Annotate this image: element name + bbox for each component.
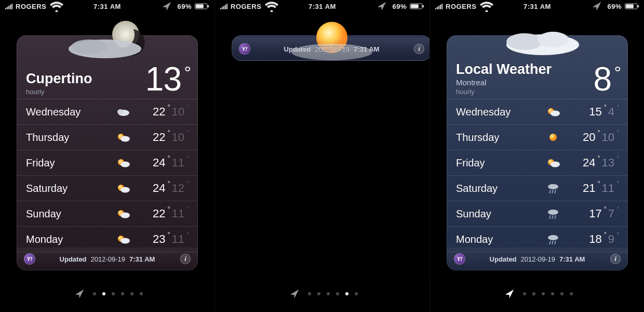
weather-card[interactable]: Local WeatherMontrealhourly8Wednesday154…	[447, 35, 628, 270]
updated-time: 7:31 AM	[354, 45, 379, 53]
hourly-link[interactable]: hourly	[456, 88, 552, 96]
page-dot[interactable]	[542, 292, 545, 295]
forecast-low: 11	[602, 181, 619, 195]
location-page-dot[interactable]	[72, 288, 87, 300]
page-dot[interactable]	[308, 292, 311, 295]
svg-line-52	[549, 190, 551, 193]
partly-sunny-icon	[116, 132, 130, 143]
svg-line-62	[555, 241, 556, 244]
current-temperature: 8	[593, 62, 619, 96]
updated-time: 7:31 AM	[129, 255, 155, 263]
weather-card[interactable]: Cupertinohourly13Wednesday2210Thursday22…	[17, 35, 198, 270]
page-dot[interactable]	[130, 292, 133, 295]
forecast-row[interactable]: Saturday2111	[447, 176, 628, 201]
svg-point-11	[120, 162, 130, 167]
signal-icon	[5, 4, 12, 9]
forecast-high: 24	[153, 156, 169, 170]
page-indicator[interactable]	[215, 288, 430, 300]
rain-icon	[546, 208, 560, 219]
forecast-row[interactable]: Thursday2010	[447, 125, 628, 150]
page-dot[interactable]	[112, 292, 115, 295]
svg-rect-42	[626, 4, 634, 8]
forecast-low: 10	[602, 131, 619, 144]
yahoo-attribution-button[interactable]: Y!	[454, 253, 465, 265]
forecast-low: 11	[172, 232, 189, 246]
page-dot[interactable]	[121, 292, 124, 295]
page-dot[interactable]	[570, 292, 573, 295]
forecast-day-label: Sunday	[456, 208, 543, 220]
page-dot[interactable]	[317, 292, 320, 295]
yahoo-attribution-button[interactable]: Y!	[24, 253, 35, 265]
location-arrow-icon	[287, 288, 302, 300]
forecast-row[interactable]: Friday2413	[447, 150, 628, 176]
page-dot[interactable]	[523, 292, 526, 295]
info-button[interactable]: i	[414, 44, 424, 54]
battery-percent: 69%	[607, 3, 622, 10]
yahoo-attribution-button[interactable]: Y!	[239, 43, 250, 55]
wifi-icon	[479, 1, 494, 12]
svg-rect-19	[422, 5, 424, 8]
forecast-day-label: Wednesday	[456, 106, 543, 118]
forecast-condition-icon	[543, 157, 564, 168]
page-dot[interactable]	[532, 292, 535, 295]
forecast-list: Wednesday2210Thursday2210Friday2411Satur…	[17, 99, 198, 252]
forecast-row[interactable]: Friday2411	[17, 150, 198, 176]
svg-point-17	[120, 238, 130, 244]
location-arrow-icon	[159, 1, 174, 12]
signal-icon	[435, 4, 442, 9]
location-arrow-icon	[72, 288, 87, 300]
forecast-low: 11	[172, 156, 189, 170]
forecast-low: 10	[172, 105, 189, 119]
page-dot[interactable]	[355, 292, 358, 295]
forecast-high: 23	[153, 232, 169, 246]
location-arrow-icon	[374, 1, 389, 12]
page-dot[interactable]	[551, 292, 554, 295]
forecast-low: 10	[172, 131, 189, 144]
location-page-dot[interactable]	[502, 288, 517, 300]
weather-card[interactable]: Torontohourly7Wednesday177Thursday2012Fr…	[232, 35, 432, 61]
forecast-high: 22	[153, 105, 169, 119]
rain-icon	[546, 183, 560, 194]
location-page-dot[interactable]	[287, 288, 302, 300]
forecast-row[interactable]: Thursday2210	[17, 125, 198, 150]
wifi-icon	[264, 1, 279, 12]
forecast-high: 24	[153, 181, 169, 195]
page-dot[interactable]	[327, 292, 330, 295]
updated-date: 2012-09-19	[91, 255, 126, 263]
forecast-row[interactable]: Saturday2412	[17, 176, 198, 201]
info-button[interactable]: i	[180, 254, 191, 264]
info-button[interactable]: i	[610, 254, 621, 264]
page-dot[interactable]	[140, 292, 143, 295]
location-arrow-icon	[589, 1, 604, 12]
forecast-day-label: Monday	[456, 233, 543, 245]
page-dot[interactable]	[345, 292, 348, 295]
forecast-condition-icon	[543, 233, 564, 245]
forecast-row[interactable]: Wednesday154	[447, 99, 628, 125]
forecast-condition-icon	[543, 208, 564, 219]
page-dot[interactable]	[102, 292, 105, 295]
svg-rect-2	[196, 4, 204, 8]
partly-sunny-icon	[116, 208, 130, 219]
forecast-low: 13	[602, 156, 619, 170]
forecast-high: 17	[589, 207, 606, 220]
forecast-row[interactable]: Sunday177	[447, 201, 628, 227]
svg-line-53	[552, 190, 553, 193]
page-dot[interactable]	[336, 292, 339, 295]
city-subtitle: Montreal	[456, 78, 552, 87]
forecast-high: 15	[589, 105, 606, 119]
phone-screen: ROGERS7:31 AM69%Local WeatherMontrealhou…	[430, 0, 644, 312]
forecast-day-label: Wednesday	[26, 106, 113, 118]
forecast-condition-icon	[113, 157, 133, 168]
hourly-link[interactable]: hourly	[26, 88, 92, 96]
svg-point-15	[120, 213, 130, 218]
forecast-row[interactable]: Wednesday2210	[17, 99, 198, 125]
forecast-day-label: Thursday	[26, 132, 113, 144]
forecast-row[interactable]: Sunday2211	[17, 201, 198, 227]
page-dot[interactable]	[560, 292, 564, 295]
page-indicator[interactable]	[430, 288, 644, 300]
page-dot[interactable]	[93, 292, 96, 295]
updated-label: Updated	[284, 45, 311, 53]
partly-sunny-icon	[116, 157, 130, 168]
location-arrow-icon	[502, 288, 517, 300]
page-indicator[interactable]	[0, 288, 214, 300]
